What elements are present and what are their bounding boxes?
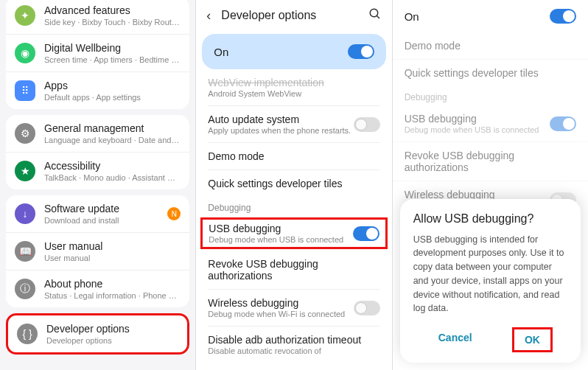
- settings-item-software[interactable]: ↓ Software update Download and install N: [6, 195, 189, 232]
- manual-icon: 📖: [15, 241, 35, 262]
- svg-point-0: [370, 9, 378, 17]
- adb-timeout-row[interactable]: Disable adb authorization timeout Disabl…: [196, 327, 391, 363]
- usb-debugging-row[interactable]: USB debugging Debug mode when USB is con…: [200, 217, 387, 249]
- developer-icon: { }: [17, 324, 38, 344]
- on-label: On: [214, 46, 347, 58]
- item-title: User manual: [44, 240, 181, 252]
- row-sub: Android System WebView: [208, 89, 379, 98]
- header: ‹ Developer options: [196, 0, 391, 31]
- accessibility-icon: ★: [15, 161, 35, 181]
- wireless-debugging-row[interactable]: Wireless debugging Debug mode when Wi-Fi…: [196, 290, 391, 326]
- item-title: Software update: [44, 203, 167, 214]
- auto-update-row[interactable]: Auto update system Apply updates when th…: [196, 106, 391, 142]
- row-title: Wireless debugging: [208, 297, 353, 309]
- item-sub: Developer options: [46, 336, 178, 345]
- row-title: WebView implementation: [208, 77, 379, 88]
- item-title: Digital Wellbeing: [44, 42, 181, 54]
- cancel-button[interactable]: Cancel: [428, 327, 483, 352]
- row-title: Demo mode: [405, 40, 461, 52]
- item-sub: Status · Legal information · Phone name: [44, 291, 181, 300]
- wireless-toggle[interactable]: [354, 301, 380, 315]
- software-icon: ↓: [15, 203, 35, 224]
- settings-item-wellbeing[interactable]: ◉ Digital Wellbeing Screen time · App ti…: [6, 34, 189, 71]
- on-label: On: [405, 10, 550, 23]
- item-sub: TalkBack · Mono audio · Assistant menu: [44, 173, 181, 182]
- row-sub: Debug mode when Wi-Fi is connected: [208, 310, 353, 318]
- demo-mode-row: Demo mode: [393, 32, 588, 59]
- master-toggle[interactable]: [348, 44, 374, 59]
- apps-icon: ⠿: [15, 80, 35, 101]
- advanced-icon: ✦: [15, 5, 35, 26]
- item-sub: Language and keyboard · Date and time: [44, 136, 181, 144]
- row-title: Revoke USB debugging authorizations: [208, 258, 379, 282]
- master-toggle[interactable]: [550, 9, 576, 24]
- item-title: Apps: [44, 80, 181, 91]
- item-sub: User manual: [44, 254, 181, 262]
- master-toggle-row[interactable]: On: [393, 0, 588, 32]
- item-title: General management: [44, 122, 181, 134]
- usb-debugging-toggle: [550, 116, 576, 131]
- item-sub: Download and install: [44, 216, 167, 225]
- item-title: Accessibility: [44, 160, 181, 172]
- back-icon[interactable]: ‹: [206, 8, 211, 24]
- debugging-category: Debugging: [196, 197, 391, 216]
- usb-debugging-dialog: Allow USB debugging? USB debugging is in…: [400, 199, 581, 363]
- settings-screen: ✦ Advanced features Side key · Bixby Tou…: [0, 0, 196, 370]
- developer-options-screen: ‹ Developer options On WebView implement…: [196, 0, 392, 370]
- general-icon: ⚙: [15, 123, 35, 144]
- row-title: Revoke USB debugging authorizations: [405, 150, 576, 173]
- settings-item-manual[interactable]: 📖 User manual User manual: [6, 232, 189, 270]
- usb-debugging-toggle[interactable]: [353, 226, 379, 241]
- quick-settings-row[interactable]: Quick settings developer tiles: [196, 170, 391, 197]
- row-sub: Disable automatic revocation of: [208, 346, 379, 355]
- settings-item-about[interactable]: ⓘ About phone Status · Legal information…: [6, 270, 189, 307]
- row-title: Disable adb authorization timeout: [208, 334, 379, 346]
- search-icon[interactable]: [368, 7, 382, 24]
- about-icon: ⓘ: [15, 279, 35, 299]
- row-sub: Apply updates when the phone restarts.: [208, 126, 353, 135]
- usb-debugging-row: USB debugging Debug mode when USB is con…: [393, 105, 588, 142]
- revoke-row: Revoke USB debugging authorizations: [393, 142, 588, 181]
- debugging-category: Debugging: [393, 86, 588, 105]
- dialog-body: USB debugging is intended for developmen…: [413, 233, 567, 316]
- row-title: USB debugging: [405, 113, 550, 125]
- row-sub: Debug mode when USB is connected: [405, 125, 550, 134]
- row-title: Auto update system: [208, 114, 353, 125]
- item-title: Developer options: [46, 323, 178, 335]
- page-title: Developer options: [221, 9, 368, 22]
- settings-item-developer[interactable]: { } Developer options Developer options: [6, 313, 189, 355]
- settings-item-apps[interactable]: ⠿ Apps Default apps · App settings: [6, 71, 189, 109]
- quick-settings-row: Quick settings developer tiles: [393, 60, 588, 86]
- row-title: Demo mode: [208, 150, 264, 162]
- dialog-title: Allow USB debugging?: [413, 212, 567, 226]
- item-title: Advanced features: [44, 4, 181, 16]
- item-sub: Side key · Bixby Touch · Bixby Routines: [44, 18, 181, 27]
- svg-line-1: [377, 15, 379, 18]
- row-sub: Debug mode when USB is connected: [209, 235, 352, 244]
- item-sub: Default apps · App settings: [44, 93, 181, 102]
- dialog-screen: On Demo mode Quick settings developer ti…: [393, 0, 588, 370]
- item-title: About phone: [44, 278, 181, 290]
- webview-row[interactable]: WebView implementation Android System We…: [196, 72, 391, 105]
- update-badge: N: [167, 207, 181, 220]
- row-title: Quick settings developer tiles: [208, 178, 342, 189]
- settings-item-accessibility[interactable]: ★ Accessibility TalkBack · Mono audio · …: [6, 152, 189, 189]
- revoke-row[interactable]: Revoke USB debugging authorizations: [196, 251, 391, 289]
- ok-button[interactable]: OK: [512, 327, 553, 352]
- demo-mode-row[interactable]: Demo mode: [196, 143, 391, 170]
- auto-update-toggle[interactable]: [354, 117, 380, 132]
- settings-item-general[interactable]: ⚙ General management Language and keyboa…: [6, 115, 189, 152]
- row-title: USB debugging: [209, 223, 352, 234]
- wellbeing-icon: ◉: [15, 43, 35, 63]
- master-toggle-row[interactable]: On: [202, 34, 385, 69]
- settings-item-advanced[interactable]: ✦ Advanced features Side key · Bixby Tou…: [6, 0, 189, 34]
- item-sub: Screen time · App timers · Bedtime time: [44, 55, 181, 64]
- row-title: Quick settings developer tiles: [405, 67, 539, 79]
